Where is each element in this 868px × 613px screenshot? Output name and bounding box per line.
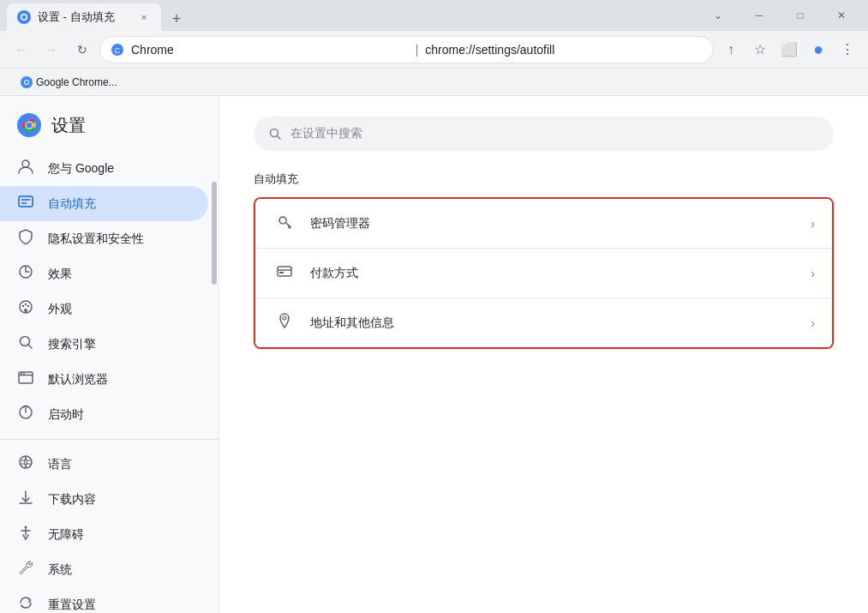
sidebar-item-appearance[interactable]: 外观 [0,291,208,327]
tab-icon: ⬜ [781,41,798,57]
section-title: 自动填充 [254,171,834,187]
minimize-button[interactable]: ─ [739,0,779,31]
tab-strip: 设置 - 自动填充 × + [7,0,189,31]
account-button[interactable]: ● [805,36,832,63]
close-button[interactable]: ✕ [822,0,861,31]
share-icon: ↑ [727,42,734,57]
sidebar-item-label: 语言 [48,457,72,472]
search-icon [268,127,282,141]
sidebar-item-label: 下载内容 [48,492,96,508]
svg-point-7 [25,81,28,84]
svg-line-38 [278,136,281,140]
svg-point-20 [24,309,27,312]
new-tab-button[interactable]: + [165,7,189,31]
chevron-down-icon: ⌄ [714,9,722,21]
sidebar-item-system[interactable]: 系统 [0,552,208,587]
chrome-logo-icon [21,76,33,88]
sidebar-item-label: 自动填充 [48,196,96,212]
chevron-right-icon: › [811,316,815,330]
svg-rect-43 [278,267,291,276]
tab-favicon-icon [17,10,31,24]
tab-close-button[interactable]: × [137,10,151,24]
sidebar-title: 设置 [51,114,86,137]
svg-point-19 [27,305,29,307]
refresh-icon: ↻ [77,43,87,57]
sidebar-item-label: 启动时 [48,407,84,423]
autofill-item-label: 地址和其他信息 [310,316,811,331]
sidebar-item-label: 隐私设置和安全性 [48,231,144,247]
sidebar-divider [0,439,218,440]
sidebar-item-default-browser[interactable]: 默认浏览器 [0,362,208,397]
svg-point-39 [279,217,286,224]
svg-point-46 [283,316,286,320]
autofill-item-addresses[interactable]: 地址和其他信息 › [255,298,832,347]
tab-title: 设置 - 自动填充 [38,9,130,25]
bookmark-label: Google Chrome... [36,76,117,88]
svg-text:C: C [115,46,121,55]
active-tab[interactable]: 设置 - 自动填充 × [7,3,161,31]
sidebar-item-download[interactable]: 下载内容 [0,482,208,517]
svg-point-18 [25,303,27,305]
scrollbar-thumb [212,182,217,285]
sidebar-scrollbar[interactable] [212,96,217,613]
chevron-down-button[interactable]: ⌄ [698,0,738,31]
toolbar-icons: ↑ ☆ ⬜ ● ⋮ [717,36,861,63]
window-controls: ⌄ ─ □ ✕ [698,0,861,31]
sidebar-item-accessibility[interactable]: 无障碍 [0,517,208,552]
back-button[interactable]: ← [7,36,34,63]
sidebar-item-label: 外观 [48,302,72,317]
security-icon: C [111,43,124,57]
address-bar[interactable]: C Chrome | chrome://settings/autofill [99,36,714,63]
reset-icon [17,594,34,613]
tab-search-button[interactable]: ⬜ [775,36,803,63]
bookmark-bar: Google Chrome... [0,69,868,96]
sidebar-item-reset[interactable]: 重置设置 [0,587,208,613]
shield-icon [17,228,34,249]
sidebar-item-autofill[interactable]: 自动填充 [0,186,208,221]
key-icon [272,213,296,234]
startup-icon [17,404,34,425]
svg-rect-12 [19,196,33,207]
forward-button[interactable]: → [38,36,65,63]
autofill-item-password-manager[interactable]: 密码管理器 › [255,199,832,249]
star-icon: ☆ [754,41,766,57]
autofill-item-payment-methods[interactable]: 付款方式 › [255,249,832,298]
refresh-button[interactable]: ↻ [69,36,96,63]
browser-icon [17,369,34,390]
sidebar-item-privacy[interactable]: 隐私设置和安全性 [0,221,208,256]
share-button[interactable]: ↑ [717,36,745,63]
sidebar-item-language[interactable]: 语言 [0,447,208,482]
svg-point-11 [22,160,29,167]
sidebar-item-google-account[interactable]: 您与 Google [0,151,208,186]
svg-point-10 [27,123,33,129]
account-icon: ● [813,39,823,59]
svg-point-17 [22,305,24,307]
chrome-logo-large-icon [17,113,41,137]
back-arrow-icon: ← [15,43,27,57]
sidebar-item-label: 效果 [48,267,72,282]
globe-icon [17,454,34,475]
forward-arrow-icon: → [45,43,57,57]
autofill-container: 密码管理器 › 付款方式 › [254,197,834,349]
person-icon [17,158,34,179]
maximize-button[interactable]: □ [781,0,820,31]
performance-icon [17,263,34,285]
bookmark-button[interactable]: ☆ [746,36,774,63]
wrench-icon [17,559,34,580]
address-bar-row: ← → ↻ C Chrome | chrome://settings/autof… [0,31,868,69]
sidebar-item-startup[interactable]: 启动时 [0,397,208,432]
settings-search-bar[interactable]: 在设置中搜索 [254,117,834,151]
content-area: 在设置中搜索 自动填充 密码管理器 › [219,96,868,613]
search-placeholder: 在设置中搜索 [290,126,362,141]
palette-icon [17,298,34,320]
bookmark-item-google-chrome[interactable]: Google Chrome... [14,73,124,92]
sidebar-item-search[interactable]: 搜索引擎 [0,327,208,362]
chevron-right-icon: › [811,267,815,280]
sidebar-item-performance[interactable]: 效果 [0,256,208,291]
svg-rect-45 [279,272,284,273]
maximize-icon: □ [797,9,803,21]
more-button[interactable]: ⋮ [834,36,861,63]
title-bar: 设置 - 自动填充 × + ⌄ ─ □ ✕ [0,0,868,31]
more-icon: ⋮ [841,41,854,57]
close-icon: ✕ [837,9,846,21]
